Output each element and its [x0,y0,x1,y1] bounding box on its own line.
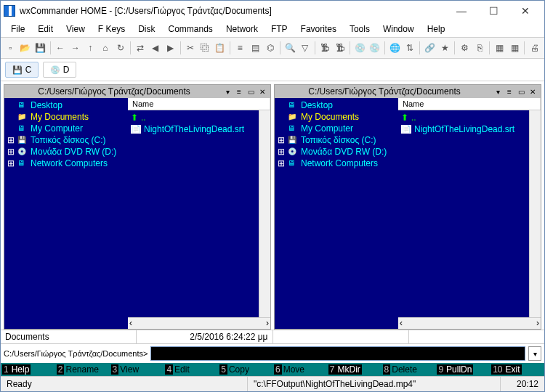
filter-icon[interactable]: ▽ [298,40,312,56]
menu-help[interactable]: Help [421,23,451,36]
swap-icon[interactable]: ⇄ [134,40,148,56]
fkey-2[interactable]: 2Rename [55,363,110,376]
tree-item[interactable]: ⊞🖥Network Computers [6,158,126,169]
cut-icon[interactable]: ✂ [183,40,197,56]
fkey-4[interactable]: 4Edit [164,363,218,376]
panel-right-scroll-h[interactable] [398,317,541,329]
view-list-icon[interactable]: ≡ [233,40,247,56]
link-icon[interactable]: 🔗 [423,40,437,56]
disk2-icon[interactable]: 💿 [368,40,382,56]
panel-left-file-list[interactable]: ⬆..📄NightOfTheLivingDead.srt [128,110,259,317]
panel-left-mode1-icon[interactable]: ≡ [234,86,244,97]
menu-window[interactable]: Window [377,23,420,36]
back-icon[interactable]: ← [54,40,68,56]
fkey-10[interactable]: 10Exit [490,363,544,376]
paste-icon[interactable]: 📋 [214,40,227,56]
reload-icon[interactable]: ↻ [113,40,127,56]
command-history-dropdown[interactable]: ▾ [528,346,541,361]
tree-item[interactable]: ⊞💿Μονάδα DVD RW (D:) [276,146,397,158]
fwd-icon[interactable]: → [68,40,82,56]
tree-item[interactable]: ⊞🖥Network Computers [276,158,397,169]
menu-disk[interactable]: Disk [132,23,161,36]
tree-item[interactable]: 📁My Documents [276,111,397,123]
fkey-5[interactable]: 5Copy [218,363,272,376]
fkey-8[interactable]: 8Delete [382,363,436,376]
fav-icon[interactable]: ★ [438,40,452,56]
panel-left-close-icon[interactable]: ✕ [257,86,267,97]
panel-right-path: C:/Users/Γιώργος Τράντζας/Documents [278,86,491,97]
unzip-icon[interactable]: 🗜 [333,40,347,56]
file-row[interactable]: 📄NightOfTheLivingDead.srt [129,123,257,135]
grid-icon[interactable]: ▦ [493,40,506,56]
disk-icon[interactable]: 💿 [353,40,367,56]
tree-item[interactable]: 🖥My Computer [276,123,397,134]
menu-favorites[interactable]: Favorites [295,23,342,36]
file-new-icon[interactable]: ▫ [4,40,17,56]
menu-tools[interactable]: Tools [344,23,376,36]
up-dir[interactable]: ⬆.. [400,112,528,123]
copy-icon[interactable]: ⿻ [198,40,212,56]
tree-item[interactable]: 🖥Desktop [276,99,397,111]
menu-edit[interactable]: Edit [32,23,59,36]
tree-icon[interactable]: ⌬ [263,40,277,56]
drive-d-button[interactable]: 💿D [43,62,76,78]
tree-item[interactable]: 🖥Desktop [6,99,126,111]
home-icon[interactable]: ⌂ [99,40,113,56]
menu-commands[interactable]: Commands [163,23,219,36]
file-open-icon[interactable]: 📂 [19,40,33,56]
maximize-button[interactable]: ☐ [477,1,509,21]
menu-network[interactable]: Network [220,23,264,36]
panel-right-scroll-v[interactable] [529,110,541,317]
right-icon[interactable]: ▶ [164,40,177,56]
up-icon[interactable]: ↑ [84,40,97,56]
panel-right-dropdown-icon[interactable]: ▾ [493,86,503,97]
menu-ftp[interactable]: FTP [265,23,294,36]
panel-right-close-icon[interactable]: ✕ [528,86,538,97]
print-icon[interactable]: 🖨 [528,40,541,56]
tree-item[interactable]: ⊞💾Τοπικός δίσκος (C:) [6,134,126,146]
zip-icon[interactable]: 🗜 [318,40,332,56]
panel-left-mode2-icon[interactable]: ▭ [246,86,256,97]
panel-right-mode2-icon[interactable]: ▭ [516,86,526,97]
find-icon[interactable]: 🔍 [283,40,297,56]
panel-left-scroll-v[interactable] [259,110,270,317]
command-input[interactable] [150,346,525,361]
tree-item[interactable]: ⊞💾Τοπικός δίσκος (C:) [276,134,397,146]
panel-left-list-header[interactable]: Name [128,98,270,110]
menu-view[interactable]: View [60,23,91,36]
grid2-icon[interactable]: ▦ [508,40,522,56]
fkey-6[interactable]: 6Move [272,363,327,376]
file-row[interactable]: 📄NightOfTheLivingDead.srt [400,123,528,135]
panel-right-header: C:/Users/Γιώργος Τράντζας/Documents ▾ ≡ … [275,85,541,98]
close-button[interactable]: ✕ [509,1,541,21]
panel-left-scroll-h[interactable] [128,317,270,329]
menu-f-keys[interactable]: F Keys [92,23,131,36]
props-icon[interactable]: ⚙ [458,40,472,56]
panel-left-dropdown-icon[interactable]: ▾ [222,86,233,97]
panel-right-file-list[interactable]: ⬆..📄NightOfTheLivingDead.srt [398,110,529,317]
copyto-icon[interactable]: ⎘ [473,40,487,56]
tree-item[interactable]: 📁My Documents [6,111,126,123]
up-dir[interactable]: ⬆.. [129,112,257,123]
panel-right-col-name[interactable]: Name [398,98,541,110]
tree-item[interactable]: ⊞💿Μονάδα DVD RW (D:) [6,146,126,158]
fkey-7[interactable]: 7MkDir [327,363,382,376]
panel-left-tree[interactable]: 🖥Desktop📁My Documents🖥My Computer⊞💾Τοπικ… [4,98,128,329]
view-detail-icon[interactable]: ▤ [249,40,262,56]
drive-c-button[interactable]: 💾C [5,62,39,78]
panel-left-col-name[interactable]: Name [128,98,270,110]
fkey-3[interactable]: 3View [110,363,164,376]
net-icon[interactable]: 🌐 [388,40,402,56]
panel-right-mode1-icon[interactable]: ≡ [504,86,514,97]
left-icon[interactable]: ◀ [148,40,162,56]
panel-right-tree[interactable]: 🖥Desktop📁My Documents🖥My Computer⊞💾Τοπικ… [275,98,398,329]
tree-item[interactable]: 🖥My Computer [6,123,126,134]
save-icon[interactable]: 💾 [33,40,47,56]
fkey-9[interactable]: 9PullDn [435,363,490,376]
fkey-1[interactable]: 1Help [1,363,55,376]
title-bar: wxCommander HOME - [C:/Users/Γιώργος Τρά… [1,1,544,21]
panel-right-list-header[interactable]: Name [398,98,541,110]
menu-file[interactable]: File [5,23,31,36]
minimize-button[interactable]: — [445,1,477,21]
ftp-icon[interactable]: ⇅ [403,40,417,56]
